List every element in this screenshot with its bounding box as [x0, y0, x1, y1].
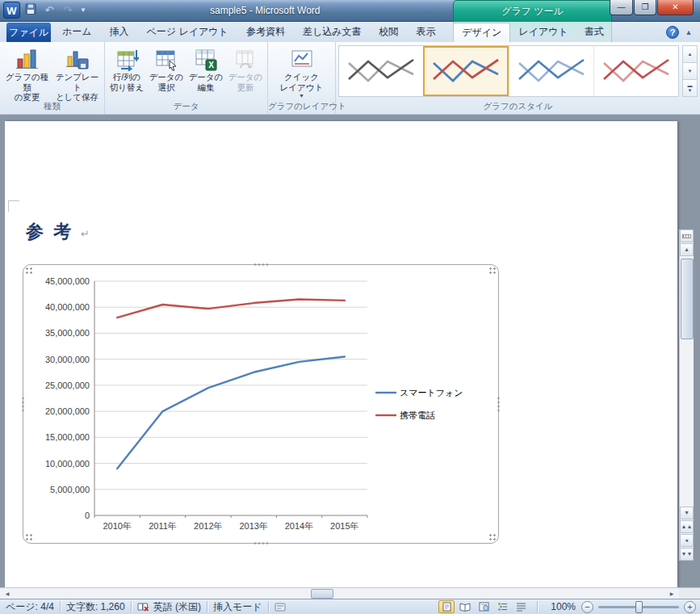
style-1-line-chart-icon [342, 50, 420, 92]
chart-styles-gallery [338, 45, 679, 97]
word-window: W ↶ ↷ ▼ sample5 - Microsoft Word グラフ ツール… [0, 0, 700, 614]
full-screen-reading-view-button[interactable] [457, 600, 473, 613]
svg-text:2011年: 2011年 [149, 521, 177, 531]
chart-style-thumb-1[interactable] [339, 46, 423, 96]
edit-data-button[interactable]: X データの 編集 [187, 44, 226, 101]
previous-page-icon[interactable]: ▲▲ [680, 520, 694, 533]
language-indicator[interactable]: 英語 (米国) [153, 600, 201, 614]
group-chart-layouts: クイック レイアウト ▼ グラフのレイアウト [268, 42, 336, 114]
zoom-out-button[interactable]: − [581, 601, 593, 613]
minimize-button[interactable]: — [610, 0, 633, 15]
scrollbar-corner [679, 587, 700, 599]
group-label-type: 種類 [0, 101, 104, 112]
window-controls: — ❐ ✕ [609, 0, 694, 15]
chart-style-thumb-4[interactable] [593, 46, 678, 96]
tab-home[interactable]: ホーム [53, 22, 101, 42]
gallery-scroll-up-icon[interactable]: ▲ [682, 45, 698, 63]
select-browse-object-icon[interactable]: ● [680, 534, 694, 547]
svg-text:45,000,000: 45,000,000 [45, 276, 90, 286]
save-icon[interactable] [23, 2, 39, 19]
horizontal-scrollbar[interactable]: ◀ ▶ [0, 587, 679, 599]
qat-customize-icon[interactable]: ▼ [78, 2, 88, 19]
svg-text:スマートフォン: スマートフォン [400, 388, 463, 397]
embedded-chart-object[interactable]: 05,000,00010,000,00015,000,00020,000,000… [23, 264, 499, 544]
scroll-down-icon[interactable]: ▼ [680, 507, 694, 519]
svg-text:2013年: 2013年 [239, 521, 267, 531]
tab-review[interactable]: 校閲 [370, 22, 407, 42]
paragraph-mark-icon: ↵ [81, 228, 90, 240]
undo-icon[interactable]: ↶ [41, 2, 57, 19]
group-label-data: データ [105, 101, 267, 112]
zoom-in-button[interactable]: + [684, 601, 696, 613]
contextual-tab-group: デザイン レイアウト 書式 [453, 22, 612, 42]
svg-text:10,000,000: 10,000,000 [45, 459, 90, 469]
tab-file[interactable]: ファイル [6, 23, 51, 42]
svg-text:2015年: 2015年 [330, 521, 358, 531]
vertical-scroll-thumb[interactable] [681, 259, 694, 339]
status-bar: ページ: 4/4 文字数: 1,260 英語 (米国) 挿入モード [0, 599, 700, 614]
macro-record-icon[interactable] [275, 603, 286, 612]
ribbon-tab-strip: ファイル ホーム 挿入 ページ レイアウト 参考資料 差し込み文書 校閲 表示 … [0, 22, 700, 42]
scroll-left-icon[interactable]: ◀ [1, 589, 14, 599]
tab-view[interactable]: 表示 [407, 22, 444, 42]
document-heading[interactable]: 参考↵ [26, 220, 90, 244]
select-data-button[interactable]: データの 選択 [147, 44, 187, 101]
tab-references[interactable]: 参考資料 [237, 22, 294, 42]
web-layout-view-button[interactable] [476, 600, 492, 613]
svg-text:2014年: 2014年 [285, 521, 313, 531]
tab-design[interactable]: デザイン [453, 23, 510, 42]
svg-text:25,000,000: 25,000,000 [45, 381, 90, 390]
next-page-icon[interactable]: ▼▼ [680, 548, 694, 561]
close-button[interactable]: ✕ [657, 0, 694, 15]
svg-text:5,000,000: 5,000,000 [50, 485, 90, 494]
switch-row-column-button[interactable]: 行/列の 切り替え [107, 44, 147, 101]
page-indicator[interactable]: ページ: 4/4 [6, 600, 54, 614]
help-icon[interactable]: ? [666, 26, 679, 39]
word-count-indicator[interactable]: 文字数: 1,260 [66, 600, 125, 614]
svg-text:0: 0 [85, 511, 90, 520]
horizontal-scroll-thumb[interactable] [311, 589, 333, 599]
insert-mode-indicator[interactable]: 挿入モード [213, 600, 262, 614]
group-label-chart-styles: グラフのスタイル [336, 101, 700, 112]
chart-handle-bottom[interactable] [254, 541, 269, 545]
tab-layout[interactable]: レイアウト [510, 22, 576, 42]
zoom-slider-thumb[interactable] [635, 601, 643, 613]
chart-style-thumb-3[interactable] [509, 46, 593, 96]
word-logo-icon[interactable]: W [3, 2, 20, 19]
ribbon: グラフの種類 の変更 テンプレート として保存 種類 [0, 42, 700, 115]
text-boundary-corner-mark [8, 200, 19, 212]
gallery-more-icon[interactable]: ▬▼ [682, 80, 698, 97]
edit-data-icon: X [194, 47, 218, 71]
zoom-level[interactable]: 100% [551, 601, 576, 612]
tab-page-layout[interactable]: ページ レイアウト [138, 22, 237, 42]
tab-mailings[interactable]: 差し込み文書 [294, 22, 371, 42]
collapse-ribbon-icon[interactable]: ▲ [682, 26, 695, 39]
outline-view-button[interactable] [494, 600, 510, 613]
vertical-scrollbar[interactable]: ▲ ▼ ▲▲ ● ▼▼ [679, 229, 694, 561]
save-as-template-button[interactable]: テンプレート として保存 [52, 44, 103, 101]
chart-style-thumb-2-selected[interactable] [423, 46, 508, 96]
gallery-scroll-down-icon[interactable]: ▼ [682, 63, 698, 80]
zoom-slider[interactable] [598, 601, 679, 613]
draft-view-button[interactable] [513, 600, 529, 613]
svg-text:35,000,000: 35,000,000 [45, 328, 90, 338]
style-2-line-chart-icon [427, 50, 505, 92]
quick-access-toolbar: W ↶ ↷ ▼ [3, 2, 88, 19]
scroll-up-icon[interactable]: ▲ [680, 243, 694, 256]
svg-text:X: X [208, 61, 214, 69]
ruler-toggle-button[interactable] [680, 229, 694, 242]
redo-icon[interactable]: ↷ [60, 2, 76, 19]
quick-layout-caret-icon: ▼ [299, 93, 304, 99]
proofing-status-icon[interactable] [137, 602, 149, 612]
change-chart-type-button[interactable]: グラフの種類 の変更 [2, 44, 52, 101]
scroll-right-icon[interactable]: ▶ [665, 589, 678, 599]
tab-format[interactable]: 書式 [576, 22, 612, 42]
print-layout-view-button[interactable] [438, 600, 455, 613]
window-title: sample5 - Microsoft Word [210, 5, 320, 16]
document-page[interactable]: 参考↵ 05,000,00010,000,00015,000,00020,000… [5, 121, 677, 587]
chart-tools-header: グラフ ツール [453, 0, 612, 22]
maximize-button[interactable]: ❐ [634, 0, 656, 15]
status-bar-right: 100% − + [438, 599, 696, 614]
quick-layout-button[interactable]: クイック レイアウト ▼ [270, 44, 333, 101]
tab-insert[interactable]: 挿入 [101, 22, 138, 42]
